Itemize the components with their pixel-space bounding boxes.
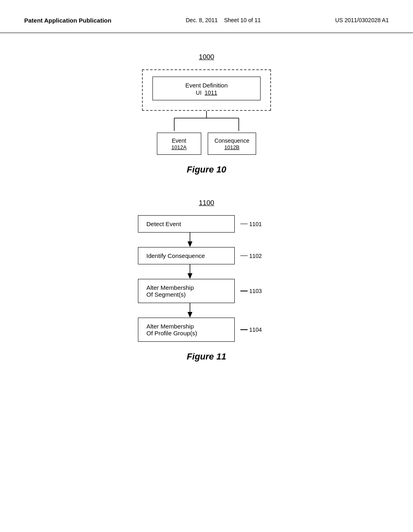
flow-ref-1: 1101 [240,221,262,227]
flow-row-4: Alter Membership Of Profile Group(s) 110… [138,318,262,342]
figure-11-section: 1100 Detect Event 1101 [24,199,389,362]
flow-box-2: Identify Consequence [138,247,235,264]
consequence-box: Consequence 1012B [208,133,256,155]
event-box-label: Event [164,137,194,144]
event-box: Event 1012A [157,133,201,155]
connector-svg [142,111,271,131]
event-definition-ui-id: 1011 [204,89,217,96]
event-definition-ui-line: UI 1011 [165,89,248,96]
flow-ref-1-id: 1101 [249,221,262,227]
event-definition-title: Event Definition [165,81,248,89]
flow-box-3: Alter Membership Of Segment(s) [138,279,235,303]
flow-ref-2: 1102 [240,253,262,259]
svg-marker-5 [188,241,192,247]
flow-row-1: Detect Event 1101 [138,215,262,233]
figure10-diagram-id: 1000 [199,53,214,61]
figure-10-section: 1000 Event Definition UI 1011 [24,53,389,175]
flow-box-3-line2: Of Segment(s) [146,291,226,298]
flow-ref-4-id: 1104 [249,326,262,333]
page-header: Patent Application Publication Dec. 8, 2… [0,0,413,33]
event-definition-outer-box: Event Definition UI 1011 [142,69,271,111]
figure10-caption: Figure 10 [187,164,226,175]
flow-box-2-label: Identify Consequence [146,252,205,259]
flow-ref-3-id: 1103 [249,288,262,294]
flow-box-3-line1: Alter Membership [146,284,226,291]
flow-row-3: Alter Membership Of Segment(s) 1103 [138,279,262,303]
connector-svg-area [142,111,271,133]
header-center: Dec. 8, 2011 Sheet 10 of 11 [186,17,261,23]
consequence-box-id: 1012B [215,144,249,150]
flow-box-1: Detect Event [138,215,235,233]
event-definition-ui-label: UI [196,89,202,96]
flow-box-4-line1: Alter Membership [146,323,226,330]
header-date: Dec. 8, 2011 [186,17,217,23]
flow-box-4: Alter Membership Of Profile Group(s) [138,318,235,342]
flow-row-2: Identify Consequence 1102 [138,247,262,264]
event-box-id: 1012A [164,144,194,150]
arrow-2-3 [186,264,194,279]
flow-box-4-line2: Of Profile Group(s) [146,330,226,337]
arrow-3-4 [186,303,194,318]
arrow-1-2 [186,233,194,247]
svg-marker-7 [188,273,192,279]
header-left-title: Patent Application Publication [24,16,111,25]
figure11-diagram-id: 1100 [199,199,214,207]
bottom-boxes: Event 1012A Consequence 1012B [142,133,271,155]
figure11-caption: Figure 11 [187,351,226,362]
flow-box-1-label: Detect Event [146,220,181,227]
consequence-box-label: Consequence [215,137,249,144]
header-right: US 2011/0302028 A1 [335,17,389,23]
event-definition-inner-box: Event Definition UI 1011 [152,77,261,100]
svg-marker-9 [188,312,192,318]
flowchart: Detect Event 1101 Identify Consequence [138,215,275,342]
page-content: 1000 Event Definition UI 1011 [0,33,413,374]
header-sheet: Sheet 10 of 11 [224,17,261,23]
flow-ref-3: 1103 [240,288,262,294]
flow-ref-4: 1104 [240,326,262,333]
flow-ref-2-id: 1102 [249,253,262,259]
